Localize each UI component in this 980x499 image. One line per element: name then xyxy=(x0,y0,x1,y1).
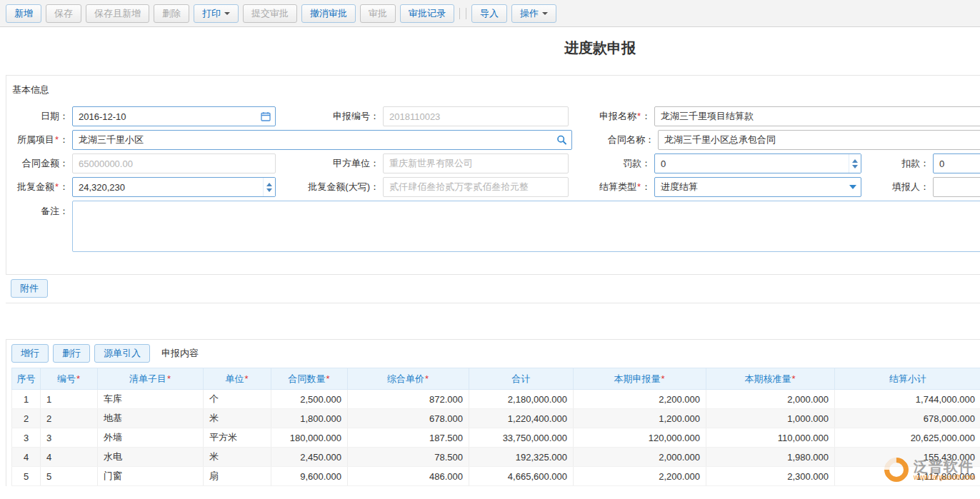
table-cell: 平方米 xyxy=(204,428,271,448)
table-cell: 2,300.000 xyxy=(706,467,835,486)
table-cell: 外墙 xyxy=(98,428,204,448)
table-cell: 水电 xyxy=(98,448,204,467)
chevron-down-icon xyxy=(542,12,548,15)
table-cell: 3 xyxy=(12,428,41,448)
table-cell: 9,600.000 xyxy=(271,467,348,486)
add-row-button[interactable]: 增行 xyxy=(11,344,49,363)
column-header: 编号* xyxy=(41,368,98,390)
column-header: 清单子目* xyxy=(98,368,204,390)
remark-textarea[interactable] xyxy=(72,201,980,252)
detail-toolbar: 增行 删行 源单引入 申报内容 xyxy=(11,343,980,368)
column-header: 单位* xyxy=(204,368,271,390)
table-cell: 2,200.000 xyxy=(574,390,706,409)
table-cell: 个 xyxy=(204,390,271,409)
party-a-unit-label: 甲方单位： xyxy=(276,157,383,170)
table-row[interactable]: 33外墙平方米180,000.000187.50033,750,000.0001… xyxy=(12,428,980,448)
operations-button[interactable]: 操作 xyxy=(511,4,556,23)
table-cell: 2,200.000 xyxy=(574,467,706,486)
table-row[interactable]: 22地基米1,800.000678.0001,220,400.0001,200.… xyxy=(12,409,980,428)
toolbar: 新增 保存 保存且新增 删除 打印 提交审批 撤消审批 审批 审批记录 导入 操… xyxy=(0,0,980,27)
contract-name-input[interactable]: 龙湖三千里小区总承包合同 xyxy=(658,130,980,150)
spinner-down-icon[interactable] xyxy=(852,165,858,168)
table-row[interactable]: 55门窗扇9,600.000486.0004,665,600.0002,200.… xyxy=(12,467,980,486)
toolbar-separator xyxy=(466,8,466,19)
column-header: 综合单价* xyxy=(348,368,469,390)
table-cell: 2,450.000 xyxy=(271,448,348,467)
table-cell: 1 xyxy=(41,390,98,409)
spinner-down-icon[interactable] xyxy=(266,188,272,192)
form-row: 日期： 2016-12-10 申报编号： 2018110023 申报名称*： 龙… xyxy=(11,106,980,126)
new-button[interactable]: 新增 xyxy=(6,4,41,23)
detail-table-body: 11车库个2,500.000872.0002,180,000.0002,200.… xyxy=(12,390,980,486)
section-spacer xyxy=(0,303,980,339)
detail-table: 序号编号*清单子目*单位*合同数量*综合单价*合计本期申报量*本期核准量*结算小… xyxy=(11,368,980,486)
table-cell: 2,500.000 xyxy=(271,390,348,409)
delete-row-button[interactable]: 删行 xyxy=(53,344,90,363)
table-cell: 1 xyxy=(12,390,41,409)
form-row: 合同金额： 65000000.00 甲方单位： 重庆新世界有限公司 罚款： 0 … xyxy=(11,153,980,173)
project-input[interactable]: 龙湖三千里小区 xyxy=(72,130,572,150)
table-cell: 120,000.000 xyxy=(574,428,706,448)
party-a-unit-input: 重庆新世界有限公司 xyxy=(383,153,569,173)
page-title: 进度款申报 xyxy=(0,39,980,58)
toolbar-separator xyxy=(459,8,460,19)
table-cell: 米 xyxy=(204,409,271,428)
approved-amount-input[interactable]: 24,320,230 xyxy=(72,177,276,197)
table-cell: 3 xyxy=(41,428,98,448)
table-cell: 33,750,000.000 xyxy=(469,428,574,448)
spinner-up-icon[interactable] xyxy=(852,159,858,163)
basic-info-panel: 基本信息 日期： 2016-12-10 申报编号： 2018110023 申报名… xyxy=(6,75,980,275)
table-cell: 20,625,000.000 xyxy=(835,428,980,448)
table-cell: 1,000.000 xyxy=(706,409,835,428)
import-button[interactable]: 导入 xyxy=(471,4,507,23)
attachment-button[interactable]: 附件 xyxy=(11,279,48,298)
approve-button: 审批 xyxy=(360,4,396,23)
search-icon[interactable] xyxy=(556,135,567,146)
table-cell: 4 xyxy=(12,448,41,467)
table-cell: 车库 xyxy=(98,390,204,409)
table-cell: 872.000 xyxy=(348,390,469,409)
spinner-up-icon[interactable] xyxy=(266,183,272,186)
column-header: 本期核准量* xyxy=(706,368,835,390)
approved-amount-caps-input: 贰仟肆佰叁拾贰万零贰佰叁拾元整 xyxy=(383,177,569,197)
table-cell: 2,000.000 xyxy=(574,448,706,467)
basic-info-section-title: 基本信息 xyxy=(11,76,980,106)
table-cell: 2 xyxy=(41,409,98,428)
remark-label: 备注： xyxy=(11,201,72,218)
column-header: 序号 xyxy=(12,368,41,390)
table-cell: 78.500 xyxy=(348,448,469,467)
column-header: 本期申报量* xyxy=(574,368,706,390)
form-row: 批复金额*： 24,320,230 批复金额(大写)： 贰仟肆佰叁拾贰万零贰佰叁… xyxy=(11,177,980,197)
settlement-type-select[interactable]: 进度结算 xyxy=(654,177,861,197)
submit-approval-button: 提交审批 xyxy=(243,4,297,23)
table-cell: 678,000.000 xyxy=(835,409,980,428)
penalty-input[interactable]: 0 xyxy=(654,153,861,173)
approval-record-button[interactable]: 审批记录 xyxy=(400,4,454,23)
project-label: 所属项目*： xyxy=(11,133,72,146)
table-row[interactable]: 44水电米2,450.00078.500192,325.0002,000.000… xyxy=(12,448,980,467)
print-button[interactable]: 打印 xyxy=(194,4,239,23)
column-header: 合计 xyxy=(469,368,574,390)
contract-amount-label: 合同金额： xyxy=(11,157,72,170)
date-input[interactable]: 2016-12-10 xyxy=(72,106,276,126)
declaration-name-input[interactable]: 龙湖三千里项目结算款 xyxy=(654,106,980,126)
number-spinner[interactable] xyxy=(263,178,275,196)
table-cell: 门窗 xyxy=(98,467,204,486)
table-cell: 2,180,000.000 xyxy=(469,390,574,409)
preparer-input[interactable] xyxy=(933,177,980,197)
table-cell: 4,665,600.000 xyxy=(469,467,574,486)
column-header: 结算小计 xyxy=(835,368,980,390)
chevron-down-icon xyxy=(224,12,230,15)
source-import-button[interactable]: 源单引入 xyxy=(94,344,150,363)
save-and-new-button: 保存且新增 xyxy=(86,4,149,23)
delete-button: 删除 xyxy=(154,4,189,23)
dropdown-arrow-icon[interactable] xyxy=(845,178,861,196)
table-row[interactable]: 11车库个2,500.000872.0002,180,000.0002,200.… xyxy=(12,390,980,409)
table-cell: 1,744,000.000 xyxy=(835,390,980,409)
table-cell: 1,117,800.000 xyxy=(835,467,980,486)
cancel-approval-button[interactable]: 撤消审批 xyxy=(301,4,356,23)
declaration-name-label: 申报名称*： xyxy=(569,110,654,123)
calendar-icon[interactable] xyxy=(261,111,271,121)
deduction-input[interactable]: 0 xyxy=(933,153,980,173)
number-spinner[interactable] xyxy=(849,154,861,173)
